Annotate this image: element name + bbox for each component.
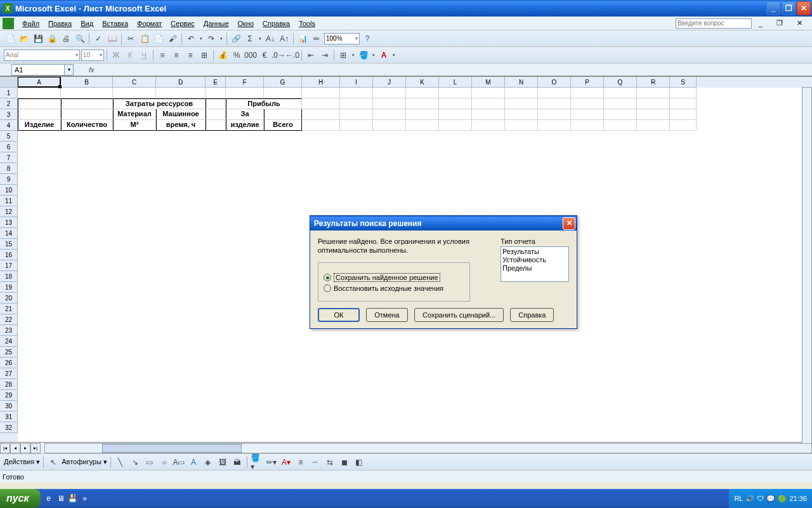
euro-icon[interactable]: €: [258, 49, 271, 62]
save-icon[interactable]: 💾: [32, 32, 44, 45]
cell[interactable]: [505, 98, 538, 109]
align-center-icon[interactable]: ≡: [170, 49, 183, 62]
cell[interactable]: Машинное: [156, 109, 206, 120]
app-icon[interactable]: [3, 18, 14, 29]
sort-asc-icon[interactable]: A↓: [264, 32, 277, 45]
lang-indicator[interactable]: RL: [734, 495, 743, 502]
textbox-icon[interactable]: A▭: [173, 456, 185, 469]
sort-desc-icon[interactable]: A↑: [278, 32, 291, 45]
col-header[interactable]: E: [206, 77, 226, 88]
cell[interactable]: [264, 88, 302, 98]
borders-icon[interactable]: ⊞: [337, 49, 350, 62]
col-header[interactable]: C: [113, 77, 156, 88]
pointer-icon[interactable]: ↖: [47, 456, 60, 469]
chart-icon[interactable]: 📊: [296, 32, 309, 45]
cancel-button[interactable]: Отмена: [366, 308, 408, 322]
col-header[interactable]: P: [571, 77, 604, 88]
line-style-icon[interactable]: ≡: [294, 456, 307, 469]
doc-close[interactable]: ✕: [792, 18, 807, 29]
cell[interactable]: [302, 120, 340, 131]
cell[interactable]: [340, 88, 373, 98]
cell[interactable]: [637, 120, 670, 131]
cell[interactable]: [571, 109, 604, 120]
cell[interactable]: [604, 88, 637, 98]
dialog-close-button[interactable]: ✕: [563, 217, 575, 230]
cell[interactable]: [604, 109, 637, 120]
cell[interactable]: [61, 88, 113, 98]
report-type-listbox[interactable]: Результаты Устойчивость Пределы: [501, 246, 569, 282]
doc-minimize[interactable]: _: [754, 18, 767, 29]
close-button[interactable]: ✕: [797, 1, 811, 15]
row-header[interactable]: 24: [0, 336, 18, 347]
preview-icon[interactable]: 🔍: [74, 32, 86, 45]
3d-icon[interactable]: ◧: [353, 456, 365, 469]
radio-restore-original[interactable]: Восстановить исходные значения: [324, 284, 464, 292]
copy-icon[interactable]: 📋: [138, 32, 151, 45]
menu-insert[interactable]: Вставка: [98, 18, 133, 29]
line-icon[interactable]: ╲: [114, 456, 127, 469]
cell[interactable]: [670, 98, 697, 109]
font-color-draw-icon[interactable]: A▾: [280, 456, 292, 469]
cell[interactable]: [406, 98, 439, 109]
row-header[interactable]: 18: [0, 271, 18, 282]
cell[interactable]: За: [226, 109, 264, 120]
col-header[interactable]: D: [156, 77, 206, 88]
tab-first-icon[interactable]: |◂: [0, 443, 10, 453]
col-header[interactable]: M: [472, 77, 505, 88]
menu-help[interactable]: Справка: [258, 18, 294, 29]
cell[interactable]: [637, 98, 670, 109]
row-header[interactable]: 13: [0, 217, 18, 228]
row-header[interactable]: 12: [0, 206, 18, 217]
row-header[interactable]: 23: [0, 325, 18, 336]
cell[interactable]: [538, 120, 571, 131]
cell[interactable]: [373, 98, 406, 109]
tab-next-icon[interactable]: ▸: [20, 443, 30, 453]
actions-menu[interactable]: Действия ▾: [4, 458, 40, 466]
cell[interactable]: изделие: [226, 120, 264, 131]
cell[interactable]: [373, 120, 406, 131]
ql-expand-icon[interactable]: »: [79, 492, 91, 505]
cell[interactable]: [505, 120, 538, 131]
cell[interactable]: [340, 109, 373, 120]
list-item[interactable]: Пределы: [502, 264, 567, 272]
col-header[interactable]: G: [264, 77, 302, 88]
italic-icon[interactable]: К: [124, 49, 136, 62]
row-header[interactable]: 16: [0, 250, 18, 260]
cell[interactable]: Затраты рессурсов: [113, 98, 206, 109]
autoshapes-menu[interactable]: Автофигуры ▾: [62, 458, 107, 466]
research-icon[interactable]: 📖: [106, 32, 119, 45]
font-name-combo[interactable]: Arial▾: [4, 50, 80, 61]
cell[interactable]: [340, 98, 373, 109]
format-painter-icon[interactable]: 🖌: [166, 32, 179, 45]
cell[interactable]: [206, 120, 226, 131]
menu-service[interactable]: Сервис: [166, 18, 199, 29]
cell[interactable]: [18, 88, 61, 98]
row-header[interactable]: 14: [0, 228, 18, 239]
cell[interactable]: [264, 109, 302, 120]
comma-icon[interactable]: 000: [244, 49, 257, 62]
fill-color-draw-icon[interactable]: 🪣▾: [251, 456, 263, 469]
cell[interactable]: [670, 88, 697, 98]
col-header[interactable]: H: [302, 77, 340, 88]
cell[interactable]: Изделие: [18, 120, 61, 131]
cell[interactable]: [637, 109, 670, 120]
menu-view[interactable]: Вид: [76, 18, 98, 29]
row-header[interactable]: 4: [0, 120, 18, 131]
inc-decimal-icon[interactable]: .0→: [272, 49, 285, 62]
col-header[interactable]: K: [406, 77, 439, 88]
row-header[interactable]: 21: [0, 304, 18, 314]
col-header[interactable]: O: [538, 77, 571, 88]
row-header[interactable]: 25: [0, 347, 18, 358]
undo-icon[interactable]: ↶: [185, 32, 197, 45]
tab-prev-icon[interactable]: ◂: [10, 443, 20, 453]
cell[interactable]: [226, 88, 264, 98]
cell[interactable]: [571, 120, 604, 131]
cell[interactable]: [472, 98, 505, 109]
row-header[interactable]: 7: [0, 152, 18, 163]
col-header[interactable]: Q: [604, 77, 637, 88]
bold-icon[interactable]: Ж: [110, 49, 122, 62]
cell[interactable]: [206, 88, 226, 98]
row-header[interactable]: 20: [0, 293, 18, 304]
minimize-button[interactable]: _: [766, 1, 780, 15]
picture-icon[interactable]: 🏔: [231, 456, 244, 469]
